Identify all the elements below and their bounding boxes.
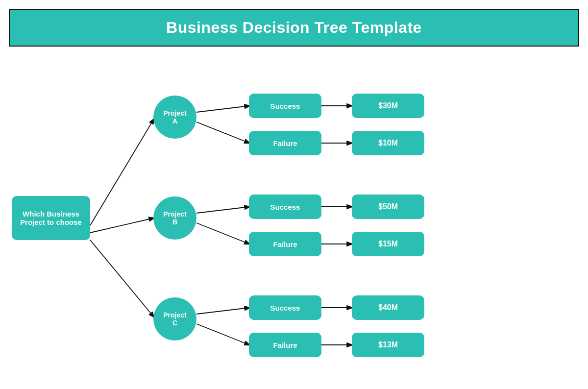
project-c-label: ProjectC [163, 311, 186, 327]
outcome-c-failure: Failure [249, 333, 321, 357]
project-c-circle: ProjectC [153, 297, 196, 340]
page-title: Business Decision Tree Template [10, 19, 578, 37]
header: Business Decision Tree Template [9, 9, 579, 47]
root-label: Which Business Project to choose [12, 210, 90, 226]
value-c-failure: $13M [352, 333, 424, 357]
outcome-b-success: Success [249, 194, 321, 219]
line-root-a [90, 119, 154, 225]
value-b-failure: $15M [352, 232, 424, 256]
line-c-failure [196, 324, 249, 345]
project-b-circle: ProjectB [153, 196, 196, 240]
line-a-failure [196, 122, 249, 143]
value-a-failure: $10M [352, 131, 424, 155]
root-node: Which Business Project to choose [12, 196, 90, 240]
value-c-success: $40M [352, 295, 424, 320]
line-b-success [196, 207, 249, 213]
line-c-success [196, 308, 249, 314]
outcome-a-success: Success [249, 94, 321, 118]
project-a-circle: ProjectA [153, 96, 196, 139]
line-root-c [90, 240, 154, 317]
line-b-failure [196, 223, 249, 244]
value-a-success: $30M [352, 94, 424, 118]
line-a-success [196, 106, 249, 112]
outcome-a-failure: Failure [249, 131, 321, 155]
outcome-b-failure: Failure [249, 232, 321, 256]
outcome-c-success: Success [249, 295, 321, 320]
tree-area: Which Business Project to choose Project… [9, 47, 579, 389]
project-a-label: ProjectA [163, 109, 186, 125]
line-root-b [90, 218, 154, 233]
value-b-success: $50M [352, 194, 424, 219]
project-b-label: ProjectB [163, 210, 186, 226]
